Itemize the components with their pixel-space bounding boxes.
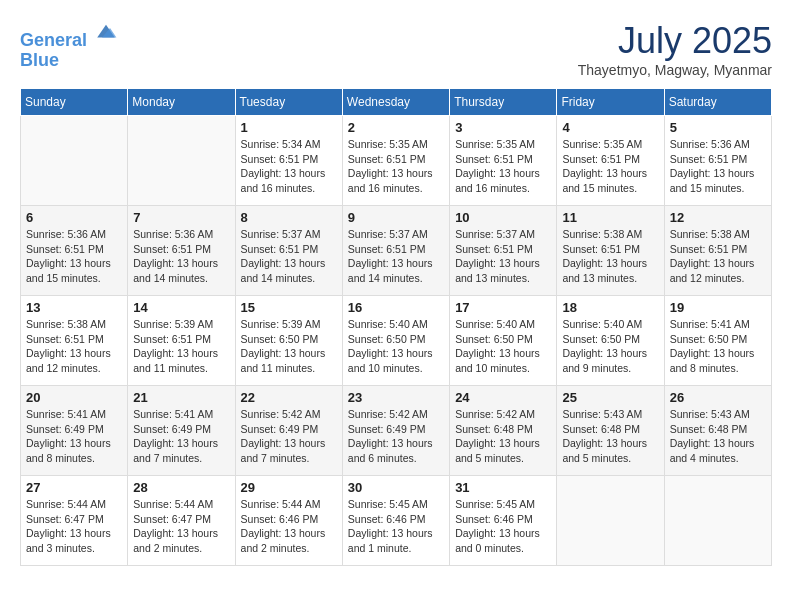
logo-general: General xyxy=(20,30,87,50)
day-number: 29 xyxy=(241,480,337,495)
calendar-cell: 6Sunrise: 5:36 AMSunset: 6:51 PMDaylight… xyxy=(21,206,128,296)
calendar-cell: 27Sunrise: 5:44 AMSunset: 6:47 PMDayligh… xyxy=(21,476,128,566)
day-info: Sunrise: 5:43 AMSunset: 6:48 PMDaylight:… xyxy=(670,407,766,466)
calendar-cell: 21Sunrise: 5:41 AMSunset: 6:49 PMDayligh… xyxy=(128,386,235,476)
day-number: 12 xyxy=(670,210,766,225)
calendar-cell: 29Sunrise: 5:44 AMSunset: 6:46 PMDayligh… xyxy=(235,476,342,566)
week-row-1: 1Sunrise: 5:34 AMSunset: 6:51 PMDaylight… xyxy=(21,116,772,206)
day-number: 25 xyxy=(562,390,658,405)
day-info: Sunrise: 5:45 AMSunset: 6:46 PMDaylight:… xyxy=(348,497,444,556)
week-row-5: 27Sunrise: 5:44 AMSunset: 6:47 PMDayligh… xyxy=(21,476,772,566)
day-number: 23 xyxy=(348,390,444,405)
day-info: Sunrise: 5:38 AMSunset: 6:51 PMDaylight:… xyxy=(670,227,766,286)
calendar-cell: 8Sunrise: 5:37 AMSunset: 6:51 PMDaylight… xyxy=(235,206,342,296)
day-info: Sunrise: 5:37 AMSunset: 6:51 PMDaylight:… xyxy=(348,227,444,286)
calendar-cell: 4Sunrise: 5:35 AMSunset: 6:51 PMDaylight… xyxy=(557,116,664,206)
day-number: 10 xyxy=(455,210,551,225)
day-info: Sunrise: 5:41 AMSunset: 6:49 PMDaylight:… xyxy=(133,407,229,466)
day-number: 24 xyxy=(455,390,551,405)
calendar-cell xyxy=(21,116,128,206)
calendar-cell: 22Sunrise: 5:42 AMSunset: 6:49 PMDayligh… xyxy=(235,386,342,476)
day-number: 18 xyxy=(562,300,658,315)
calendar-cell xyxy=(128,116,235,206)
calendar-cell: 16Sunrise: 5:40 AMSunset: 6:50 PMDayligh… xyxy=(342,296,449,386)
day-header-thursday: Thursday xyxy=(450,89,557,116)
day-info: Sunrise: 5:37 AMSunset: 6:51 PMDaylight:… xyxy=(241,227,337,286)
day-info: Sunrise: 5:43 AMSunset: 6:48 PMDaylight:… xyxy=(562,407,658,466)
logo-blue: Blue xyxy=(20,51,118,71)
day-info: Sunrise: 5:42 AMSunset: 6:49 PMDaylight:… xyxy=(348,407,444,466)
day-info: Sunrise: 5:44 AMSunset: 6:46 PMDaylight:… xyxy=(241,497,337,556)
day-info: Sunrise: 5:39 AMSunset: 6:50 PMDaylight:… xyxy=(241,317,337,376)
week-row-4: 20Sunrise: 5:41 AMSunset: 6:49 PMDayligh… xyxy=(21,386,772,476)
day-number: 31 xyxy=(455,480,551,495)
calendar-cell: 30Sunrise: 5:45 AMSunset: 6:46 PMDayligh… xyxy=(342,476,449,566)
day-number: 27 xyxy=(26,480,122,495)
day-header-tuesday: Tuesday xyxy=(235,89,342,116)
calendar-cell: 25Sunrise: 5:43 AMSunset: 6:48 PMDayligh… xyxy=(557,386,664,476)
page-header: General Blue July 2025 Thayetmyo, Magway… xyxy=(20,20,772,78)
day-number: 15 xyxy=(241,300,337,315)
calendar-header-row: SundayMondayTuesdayWednesdayThursdayFrid… xyxy=(21,89,772,116)
day-info: Sunrise: 5:40 AMSunset: 6:50 PMDaylight:… xyxy=(455,317,551,376)
day-info: Sunrise: 5:36 AMSunset: 6:51 PMDaylight:… xyxy=(26,227,122,286)
calendar-cell: 31Sunrise: 5:45 AMSunset: 6:46 PMDayligh… xyxy=(450,476,557,566)
day-info: Sunrise: 5:45 AMSunset: 6:46 PMDaylight:… xyxy=(455,497,551,556)
day-info: Sunrise: 5:34 AMSunset: 6:51 PMDaylight:… xyxy=(241,137,337,196)
day-number: 30 xyxy=(348,480,444,495)
calendar-cell: 18Sunrise: 5:40 AMSunset: 6:50 PMDayligh… xyxy=(557,296,664,386)
day-info: Sunrise: 5:41 AMSunset: 6:50 PMDaylight:… xyxy=(670,317,766,376)
day-number: 8 xyxy=(241,210,337,225)
day-number: 2 xyxy=(348,120,444,135)
day-info: Sunrise: 5:40 AMSunset: 6:50 PMDaylight:… xyxy=(562,317,658,376)
calendar-cell: 23Sunrise: 5:42 AMSunset: 6:49 PMDayligh… xyxy=(342,386,449,476)
logo-text: General xyxy=(20,20,118,51)
day-number: 20 xyxy=(26,390,122,405)
day-number: 4 xyxy=(562,120,658,135)
day-number: 14 xyxy=(133,300,229,315)
logo: General Blue xyxy=(20,20,118,71)
day-header-saturday: Saturday xyxy=(664,89,771,116)
day-info: Sunrise: 5:38 AMSunset: 6:51 PMDaylight:… xyxy=(26,317,122,376)
day-number: 21 xyxy=(133,390,229,405)
calendar-cell: 19Sunrise: 5:41 AMSunset: 6:50 PMDayligh… xyxy=(664,296,771,386)
calendar-cell: 15Sunrise: 5:39 AMSunset: 6:50 PMDayligh… xyxy=(235,296,342,386)
day-number: 7 xyxy=(133,210,229,225)
day-info: Sunrise: 5:39 AMSunset: 6:51 PMDaylight:… xyxy=(133,317,229,376)
day-info: Sunrise: 5:38 AMSunset: 6:51 PMDaylight:… xyxy=(562,227,658,286)
calendar-cell: 10Sunrise: 5:37 AMSunset: 6:51 PMDayligh… xyxy=(450,206,557,296)
day-number: 22 xyxy=(241,390,337,405)
day-number: 9 xyxy=(348,210,444,225)
calendar-cell: 13Sunrise: 5:38 AMSunset: 6:51 PMDayligh… xyxy=(21,296,128,386)
calendar-cell: 17Sunrise: 5:40 AMSunset: 6:50 PMDayligh… xyxy=(450,296,557,386)
day-header-monday: Monday xyxy=(128,89,235,116)
calendar-cell: 24Sunrise: 5:42 AMSunset: 6:48 PMDayligh… xyxy=(450,386,557,476)
location-subtitle: Thayetmyo, Magway, Myanmar xyxy=(578,62,772,78)
calendar-cell: 26Sunrise: 5:43 AMSunset: 6:48 PMDayligh… xyxy=(664,386,771,476)
day-header-sunday: Sunday xyxy=(21,89,128,116)
calendar-cell: 12Sunrise: 5:38 AMSunset: 6:51 PMDayligh… xyxy=(664,206,771,296)
day-number: 13 xyxy=(26,300,122,315)
calendar-cell: 2Sunrise: 5:35 AMSunset: 6:51 PMDaylight… xyxy=(342,116,449,206)
calendar-cell: 3Sunrise: 5:35 AMSunset: 6:51 PMDaylight… xyxy=(450,116,557,206)
day-info: Sunrise: 5:36 AMSunset: 6:51 PMDaylight:… xyxy=(670,137,766,196)
calendar-cell: 20Sunrise: 5:41 AMSunset: 6:49 PMDayligh… xyxy=(21,386,128,476)
logo-icon xyxy=(94,20,118,44)
day-info: Sunrise: 5:42 AMSunset: 6:48 PMDaylight:… xyxy=(455,407,551,466)
calendar-cell: 11Sunrise: 5:38 AMSunset: 6:51 PMDayligh… xyxy=(557,206,664,296)
day-info: Sunrise: 5:42 AMSunset: 6:49 PMDaylight:… xyxy=(241,407,337,466)
day-number: 11 xyxy=(562,210,658,225)
day-info: Sunrise: 5:40 AMSunset: 6:50 PMDaylight:… xyxy=(348,317,444,376)
calendar-cell: 5Sunrise: 5:36 AMSunset: 6:51 PMDaylight… xyxy=(664,116,771,206)
week-row-3: 13Sunrise: 5:38 AMSunset: 6:51 PMDayligh… xyxy=(21,296,772,386)
calendar-table: SundayMondayTuesdayWednesdayThursdayFrid… xyxy=(20,88,772,566)
day-info: Sunrise: 5:41 AMSunset: 6:49 PMDaylight:… xyxy=(26,407,122,466)
week-row-2: 6Sunrise: 5:36 AMSunset: 6:51 PMDaylight… xyxy=(21,206,772,296)
day-info: Sunrise: 5:36 AMSunset: 6:51 PMDaylight:… xyxy=(133,227,229,286)
day-number: 6 xyxy=(26,210,122,225)
day-info: Sunrise: 5:44 AMSunset: 6:47 PMDaylight:… xyxy=(26,497,122,556)
day-number: 26 xyxy=(670,390,766,405)
calendar-cell: 14Sunrise: 5:39 AMSunset: 6:51 PMDayligh… xyxy=(128,296,235,386)
day-info: Sunrise: 5:35 AMSunset: 6:51 PMDaylight:… xyxy=(348,137,444,196)
calendar-cell xyxy=(664,476,771,566)
